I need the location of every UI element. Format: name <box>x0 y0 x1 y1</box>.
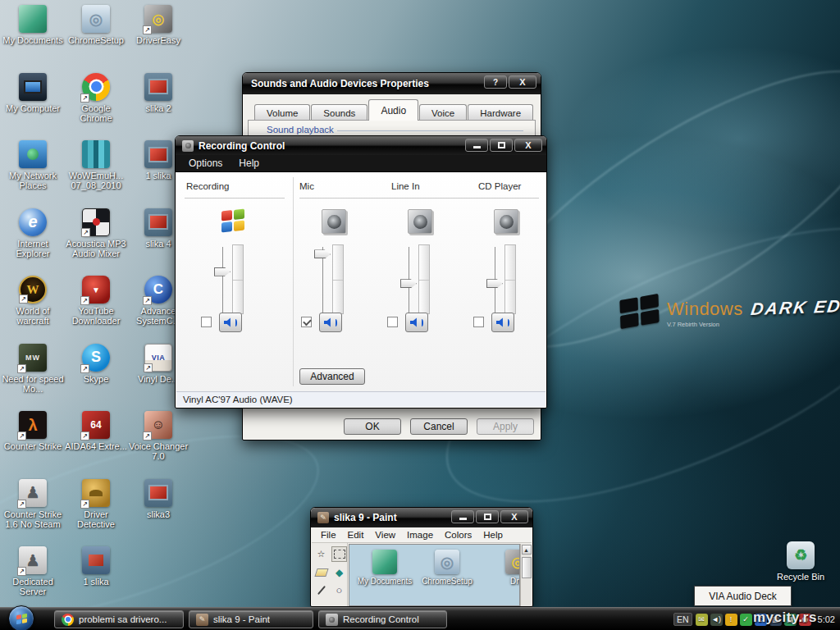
network-icon[interactable]: ▥ <box>769 614 782 626</box>
desktop-icon-youtube-downloader[interactable]: YouTube Downloader <box>65 276 127 344</box>
clock[interactable]: 5:02 <box>818 614 835 624</box>
menu-item-view[interactable]: View <box>369 528 401 541</box>
desktop-icon-acoustica-mp3-audio-mixer[interactable]: Acoustica MP3 Audio Mixer <box>65 208 127 276</box>
paint-canvas[interactable]: My DocumentsChromeSetupDriv <box>349 544 520 606</box>
desktop-icon-slika-2[interactable]: slika 2 <box>127 73 189 141</box>
speaker-button-cd-player[interactable] <box>491 313 514 332</box>
taskbar-button-recording-control[interactable]: Recording Control <box>318 610 447 628</box>
section-rule <box>299 198 539 199</box>
desktop-icon-slika3[interactable]: slika3 <box>127 479 189 547</box>
tool-magnifier[interactable] <box>331 582 347 598</box>
desktop-icon-1-slika[interactable]: 1 slika <box>65 546 127 614</box>
desktop-icon-wowemuh-07-08-2010[interactable]: WoWEmuH... 07_08_2010 <box>65 140 127 208</box>
menu-item-image[interactable]: Image <box>401 528 439 541</box>
help-button[interactable]: ? <box>484 75 507 89</box>
desktop-icon-drivereasy[interactable]: DriverEasy <box>127 5 189 73</box>
tool-free-form-select[interactable] <box>313 546 329 562</box>
scroll-up-icon[interactable]: ▲ <box>522 545 532 555</box>
minimize-button[interactable] <box>465 139 488 152</box>
paint-titlebar[interactable]: slika 9 - Paint X <box>311 508 532 527</box>
select-checkbox-cd-player[interactable] <box>473 317 484 327</box>
desktop-icon-dedicated-server[interactable]: Dedicated Server <box>2 546 64 614</box>
security-alert-icon[interactable]: ! <box>725 614 737 626</box>
desktop-icon-driver-detective[interactable]: Driver Detective <box>65 479 127 547</box>
volume-slider-thumb[interactable] <box>400 279 417 288</box>
select-checkbox-mic[interactable] <box>301 317 312 327</box>
menu-item-file[interactable]: File <box>315 528 342 541</box>
desktop-icon-my-network-places[interactable]: My Network Places <box>2 140 64 208</box>
menu-item-colors[interactable]: Colors <box>439 528 477 541</box>
audio-deck-icon[interactable]: ▦ <box>784 614 797 626</box>
desktop-icon-label: Counter Strike <box>4 441 62 451</box>
shortcut-arrow-icon <box>143 296 152 305</box>
tool-fill[interactable] <box>331 564 347 580</box>
desktop: My DocumentsMy ComputerMy Network Places… <box>0 0 840 630</box>
volume-slider-thumb[interactable] <box>214 267 231 276</box>
apply-button[interactable]: Apply <box>477 418 534 435</box>
menu-item-help[interactable]: Help <box>477 528 509 541</box>
shortcut-arrow-icon <box>17 500 26 509</box>
tool-color-picker[interactable] <box>313 582 329 598</box>
ok-button[interactable]: OK <box>344 418 401 435</box>
cs-icon <box>19 411 47 439</box>
desktop-icon-counter-strike-1-6-no-steam[interactable]: Counter Strike 1.6 No Steam <box>2 479 64 547</box>
taskbar-button-problemi-sa-drivero[interactable]: problemi sa drivero... <box>54 610 184 628</box>
desktop-icon-aida64-extre[interactable]: AIDA64 Extre... <box>65 411 127 479</box>
folder-icon <box>372 550 397 574</box>
systemcare-icon[interactable]: C <box>755 614 767 626</box>
volume-icon[interactable]: ◄) <box>710 614 723 626</box>
desktop-icon-need-for-speed-mo[interactable]: Need for speed Mo... <box>2 344 64 412</box>
paint-vertical-scrollbar[interactable]: ▲ <box>520 544 532 606</box>
minimize-button[interactable] <box>451 510 474 523</box>
speaker-button-mic[interactable] <box>319 313 342 332</box>
sounds-dialog-titlebar[interactable]: Sounds and Audio Devices Properties ? X <box>243 73 541 94</box>
desktop-icon-internet-explorer[interactable]: Internet Explorer <box>2 208 64 276</box>
recycle-bin-icon <box>787 541 815 569</box>
tab-hardware[interactable]: Hardware <box>468 104 533 121</box>
desktop-icon-world-of-warcraft[interactable]: World of warcraft <box>2 276 64 344</box>
acoustica-icon <box>82 208 110 236</box>
messenger-icon[interactable]: ✉ <box>696 614 708 626</box>
hwmonitor-icon[interactable]: ◉ <box>799 614 811 626</box>
recycle-bin[interactable]: Recycle Bin <box>768 541 833 582</box>
level-meter <box>332 244 344 314</box>
tool-eraser[interactable] <box>313 564 329 580</box>
speaker-button-recording[interactable] <box>219 313 242 332</box>
start-button[interactable] <box>8 605 34 630</box>
recording-control-titlebar[interactable]: Recording Control X <box>176 136 546 155</box>
tab-voice[interactable]: Voice <box>419 104 467 121</box>
desktop-icon-chromesetup[interactable]: ChromeSetup <box>65 5 127 73</box>
paint-menubar: FileEditViewImageColorsHelp <box>312 527 532 543</box>
close-button[interactable]: X <box>509 75 536 89</box>
tab-volume[interactable]: Volume <box>254 104 310 121</box>
tool-rect-select[interactable] <box>331 546 347 562</box>
menu-item-help[interactable]: Help <box>231 156 267 171</box>
taskbar-button-slika-9-paint[interactable]: slika 9 - Paint <box>189 610 313 628</box>
desktop-icon-skype[interactable]: Skype <box>65 344 127 412</box>
close-button[interactable]: X <box>514 139 542 152</box>
desktop-icon-voice-changer-7-0[interactable]: Voice Changer 7.0 <box>127 411 189 479</box>
desktop-icon-counter-strike[interactable]: Counter Strike <box>2 411 64 479</box>
advanced-button[interactable]: Advanced <box>299 368 365 385</box>
maximize-button[interactable] <box>490 139 513 152</box>
scrollbar-thumb[interactable] <box>522 557 532 578</box>
close-button[interactable]: X <box>500 510 528 523</box>
menu-item-edit[interactable]: Edit <box>342 528 370 541</box>
speaker-button-line-in[interactable] <box>405 313 428 332</box>
tab-sounds[interactable]: Sounds <box>311 104 368 121</box>
language-indicator[interactable]: EN <box>673 613 692 626</box>
desktop-icon-my-computer[interactable]: My Computer <box>2 73 64 141</box>
volume-slider-thumb[interactable] <box>486 279 503 288</box>
cancel-button[interactable]: Cancel <box>410 418 468 435</box>
select-checkbox-recording[interactable] <box>201 317 212 327</box>
desktop-icon-my-documents[interactable]: My Documents <box>2 5 64 73</box>
volume-slider-thumb[interactable] <box>314 249 331 258</box>
recycle-bin-label: Recycle Bin <box>777 572 824 582</box>
tab-audio[interactable]: Audio <box>368 99 418 121</box>
menu-item-options[interactable]: Options <box>180 156 231 171</box>
via-audio-deck-item[interactable]: VIA Audio Deck <box>694 586 792 606</box>
antivirus-ok-icon[interactable]: ✓ <box>740 614 752 626</box>
desktop-icon-google-chrome[interactable]: Google Chrome <box>65 73 127 141</box>
select-checkbox-line-in[interactable] <box>387 317 398 327</box>
maximize-button[interactable] <box>476 510 499 523</box>
